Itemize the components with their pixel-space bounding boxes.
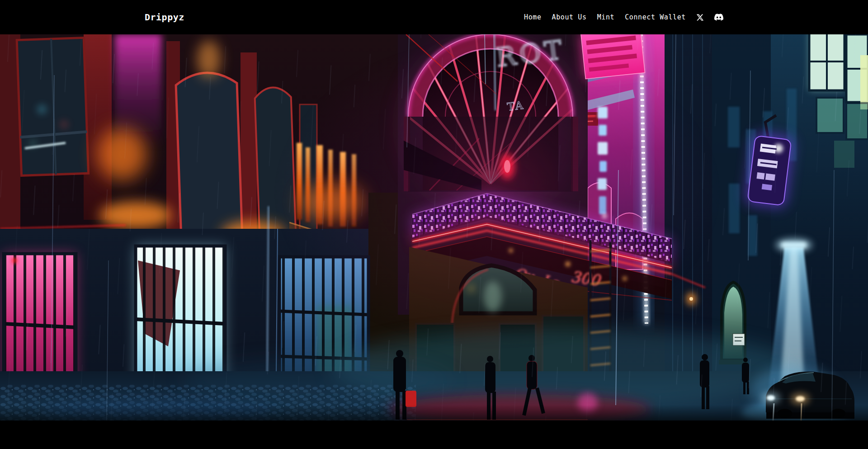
brand-logo[interactable]: Drippyz bbox=[145, 12, 184, 23]
navbar-container: Drippyz Home About Us Mint Connect Walle… bbox=[145, 12, 723, 23]
page: Drippyz Home About Us Mint Connect Walle… bbox=[0, 0, 868, 449]
nav-link-mint[interactable]: Mint bbox=[597, 13, 615, 21]
nav-link-connect-wallet[interactable]: Connect Wallet bbox=[625, 13, 686, 21]
nav-link-home[interactable]: Home bbox=[524, 13, 542, 21]
hero-section: ROT TA bbox=[0, 34, 868, 421]
discord-icon bbox=[714, 14, 723, 21]
hero-artwork: ROT TA bbox=[0, 34, 868, 421]
top-navbar: Drippyz Home About Us Mint Connect Walle… bbox=[0, 0, 868, 34]
x-social-link[interactable] bbox=[696, 14, 704, 21]
nav-link-about-us[interactable]: About Us bbox=[552, 13, 587, 21]
x-icon bbox=[696, 14, 704, 21]
main-nav: Home About Us Mint Connect Wallet bbox=[524, 13, 723, 21]
footer-bar bbox=[0, 421, 868, 449]
discord-social-link[interactable] bbox=[714, 14, 723, 21]
